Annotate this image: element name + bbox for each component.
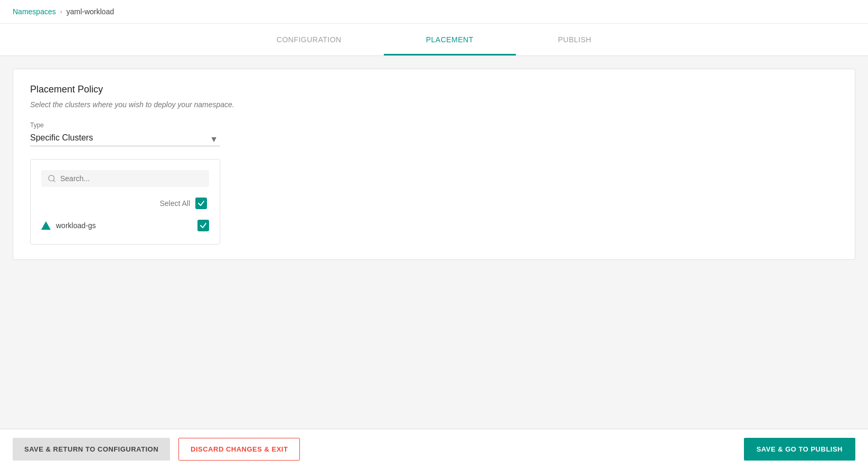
select-all-checkbox[interactable] <box>195 198 207 209</box>
breadcrumb-bar: Namespaces › yaml-workload <box>0 0 868 24</box>
chevron-down-icon: ▼ <box>210 135 218 144</box>
search-input[interactable] <box>60 174 203 183</box>
tabs-bar: CONFIGURATION PLACEMENT PUBLISH <box>0 24 868 56</box>
table-row: workload-gs <box>41 218 209 233</box>
select-all-label: Select All <box>159 199 190 208</box>
checkmark-icon <box>200 222 207 229</box>
type-select-value: Specific Clusters <box>30 133 108 142</box>
select-all-row: Select All <box>41 198 209 209</box>
type-select[interactable]: Specific Clusters ▼ <box>30 133 220 146</box>
breadcrumb-namespaces-link[interactable]: Namespaces <box>13 7 56 16</box>
search-box <box>41 170 209 187</box>
placement-policy-card: Placement Policy Select the clusters whe… <box>13 69 855 260</box>
tab-placement[interactable]: PLACEMENT <box>384 24 516 55</box>
cluster-name-label: workload-gs <box>56 221 96 230</box>
tab-configuration[interactable]: CONFIGURATION <box>234 24 384 55</box>
checkmark-icon <box>197 200 205 207</box>
section-subtitle: Select the clusters where you wish to de… <box>30 100 838 109</box>
svg-line-1 <box>53 180 55 182</box>
breadcrumb-separator: › <box>60 8 62 15</box>
search-icon <box>48 174 56 183</box>
cluster-selector-box: Select All workload-gs <box>30 159 220 245</box>
save-publish-button[interactable]: SAVE & GO TO PUBLISH <box>744 438 855 461</box>
save-return-button[interactable]: SAVE & RETURN TO CONFIGURATION <box>13 438 170 461</box>
discard-changes-button[interactable]: DISCARD CHANGES & EXIT <box>178 438 300 461</box>
cluster-checkbox[interactable] <box>197 220 209 231</box>
main-content: Placement Policy Select the clusters whe… <box>0 56 868 429</box>
section-title: Placement Policy <box>30 84 838 95</box>
cluster-name-left: workload-gs <box>41 221 96 230</box>
tab-publish[interactable]: PUBLISH <box>516 24 634 55</box>
breadcrumb: Namespaces › yaml-workload <box>13 7 855 16</box>
cluster-icon <box>41 221 51 230</box>
type-field-label: Type <box>30 121 838 129</box>
breadcrumb-current-page: yaml-workload <box>67 7 114 16</box>
bottom-bar: SAVE & RETURN TO CONFIGURATION DISCARD C… <box>0 429 868 469</box>
